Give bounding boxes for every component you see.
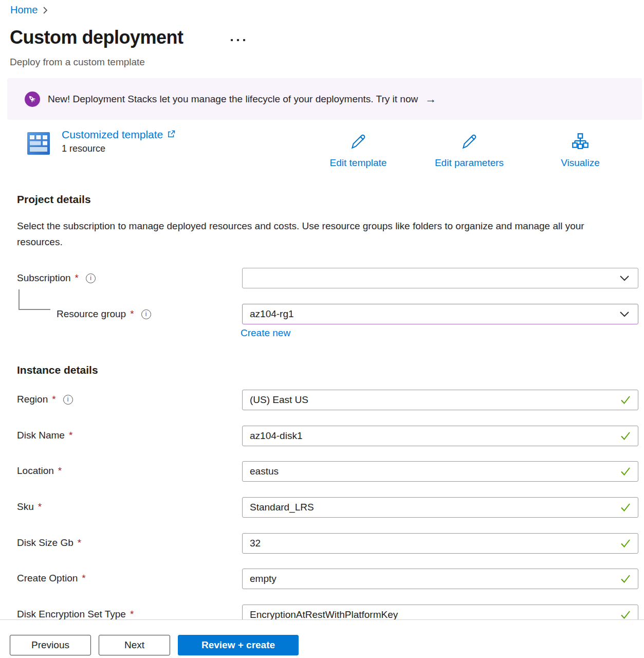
disk-name-field[interactable] (242, 426, 638, 446)
resource-group-value[interactable] (243, 304, 619, 324)
footer-bar: Previous Next Review + create (0, 619, 644, 658)
checkmark-icon (620, 539, 631, 548)
create-option-label: Create Option * (17, 573, 86, 584)
template-link-label: Customized template (62, 129, 163, 141)
sku-field[interactable] (242, 497, 638, 518)
checkmark-icon (620, 610, 631, 619)
create-option-label-text: Create Option (17, 573, 78, 584)
indent-connector-horizontal (19, 309, 50, 310)
region-input[interactable] (243, 390, 620, 410)
disk-size-field[interactable] (242, 533, 638, 554)
page-subtitle: Deploy from a custom template (10, 57, 145, 68)
location-label: Location * (17, 465, 62, 477)
next-button[interactable]: Next (99, 635, 170, 655)
edit-template-label: Edit template (330, 157, 387, 169)
location-label-text: Location (17, 465, 54, 477)
instance-details-heading: Instance details (17, 364, 98, 376)
disk-name-label: Disk Name * (17, 430, 72, 441)
breadcrumb: Home (10, 4, 48, 16)
subscription-value[interactable] (243, 268, 619, 288)
required-marker: * (130, 609, 134, 620)
resource-group-dropdown[interactable] (242, 304, 638, 324)
location-input[interactable] (243, 462, 620, 481)
subscription-dropdown[interactable] (242, 268, 638, 288)
disk-name-label-text: Disk Name (17, 430, 65, 441)
more-options-icon[interactable] (229, 37, 247, 43)
template-resource-count: 1 resource (62, 143, 175, 154)
info-icon[interactable]: i (141, 309, 151, 319)
resource-group-label-text: Resource group (57, 308, 126, 320)
visualize-label: Visualize (561, 157, 600, 169)
resource-group-label: Resource group * i (57, 308, 151, 320)
edit-parameters-label: Edit parameters (435, 157, 504, 169)
required-marker: * (75, 272, 79, 284)
edit-parameters-button[interactable]: Edit parameters (423, 133, 516, 169)
chevron-down-icon (619, 275, 630, 281)
rocket-icon (25, 92, 40, 107)
review-create-button[interactable]: Review + create (178, 635, 299, 655)
chevron-right-icon (43, 6, 48, 14)
pencil-icon (349, 133, 367, 153)
checkmark-icon (620, 431, 631, 441)
deployment-stacks-banner[interactable]: New! Deployment Stacks let you manage th… (7, 78, 642, 120)
create-option-input[interactable] (243, 569, 620, 589)
template-icon (27, 132, 50, 155)
diagram-icon (571, 133, 590, 153)
region-label: Region * i (17, 394, 73, 405)
checkmark-icon (620, 503, 631, 512)
required-marker: * (38, 501, 42, 513)
region-label-text: Region (17, 394, 48, 405)
checkmark-icon (620, 395, 631, 405)
previous-button[interactable]: Previous (10, 635, 91, 655)
page-title: Custom deployment (10, 27, 183, 48)
required-marker: * (78, 537, 81, 549)
customized-template-link[interactable]: Customized template (62, 129, 175, 141)
disk-name-input[interactable] (243, 426, 620, 446)
create-new-link[interactable]: Create new (241, 327, 290, 339)
template-card: Customized template 1 resource (62, 129, 175, 154)
pencil-icon (460, 133, 479, 153)
banner-message: New! Deployment Stacks let you manage th… (48, 94, 418, 105)
disk-encryption-label-text: Disk Encryption Set Type (17, 609, 126, 620)
disk-size-label: Disk Size Gb * (17, 537, 81, 549)
arrow-right-icon[interactable]: → (425, 93, 436, 106)
custom-deployment-page: Home Custom deployment Deploy from a cus… (0, 0, 644, 658)
breadcrumb-home-link[interactable]: Home (10, 4, 38, 16)
visualize-button[interactable]: Visualize (534, 133, 627, 169)
subscription-label-text: Subscription (17, 272, 71, 284)
checkmark-icon (620, 574, 631, 583)
indent-connector-vertical (19, 289, 20, 309)
project-details-description: Select the subscription to manage deploy… (17, 218, 608, 250)
project-details-heading: Project details (17, 193, 91, 206)
external-link-icon (167, 129, 175, 141)
region-field[interactable] (242, 390, 638, 410)
required-marker: * (82, 573, 85, 584)
subscription-label: Subscription * i (17, 272, 96, 284)
disk-size-input[interactable] (243, 534, 620, 553)
required-marker: * (52, 394, 56, 405)
required-marker: * (69, 430, 72, 441)
disk-encryption-label: Disk Encryption Set Type * (17, 609, 134, 620)
checkmark-icon (620, 467, 631, 476)
required-marker: * (58, 465, 62, 477)
chevron-down-icon (619, 311, 630, 317)
sku-label: Sku * (17, 501, 42, 513)
sku-input[interactable] (243, 498, 620, 517)
sku-label-text: Sku (17, 501, 34, 513)
info-icon[interactable]: i (63, 395, 73, 405)
create-option-field[interactable] (242, 569, 638, 589)
disk-size-label-text: Disk Size Gb (17, 537, 73, 549)
info-icon[interactable]: i (86, 273, 96, 283)
edit-template-button[interactable]: Edit template (312, 133, 404, 169)
required-marker: * (130, 308, 134, 320)
location-field[interactable] (242, 461, 638, 482)
